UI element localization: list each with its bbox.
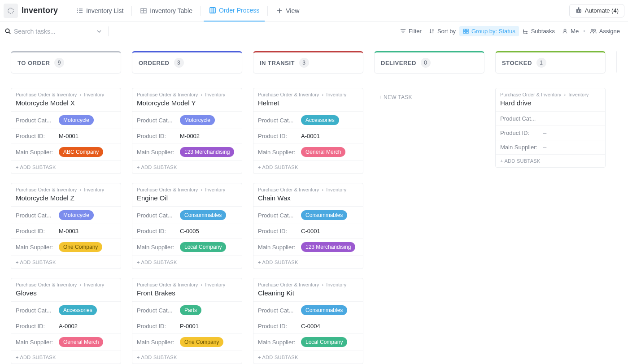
supplier-pill[interactable]: Local Company [301, 337, 347, 347]
task-card[interactable]: Purchase Order & Inventory › InventoryEn… [132, 183, 242, 269]
category-pill[interactable]: Consummables [301, 210, 347, 220]
tab-inventory-list[interactable]: Inventory List [71, 0, 129, 22]
add-subtask-button[interactable]: + ADD SUBTASK [132, 351, 242, 364]
top-bar: Inventory Inventory List Inventory Table… [0, 0, 628, 22]
me-button[interactable]: Me [558, 26, 582, 36]
card-breadcrumb[interactable]: Purchase Order & Inventory › Inventory [496, 88, 605, 97]
empty-value: – [543, 130, 546, 136]
breadcrumb-b: Inventory [326, 187, 346, 192]
field-main-supplier: Main Supplier:Local Company [132, 238, 242, 256]
supplier-pill[interactable]: General Merch [59, 337, 103, 347]
search-input[interactable] [14, 28, 81, 35]
task-card[interactable]: Purchase Order & Inventory › InventoryCl… [253, 278, 363, 364]
add-view-button[interactable]: View [270, 0, 305, 22]
add-subtask-button[interactable]: + ADD SUBTASK [11, 256, 121, 269]
supplier-pill[interactable]: General Merch [301, 147, 345, 157]
group-icon [463, 28, 469, 34]
category-pill[interactable]: Motorcycle [59, 115, 94, 125]
person-icon [562, 28, 568, 34]
task-card[interactable]: Purchase Order & Inventory › InventoryHe… [253, 88, 363, 174]
chevron-right-icon: › [320, 282, 325, 287]
add-subtask-button[interactable]: + ADD SUBTASK [253, 351, 363, 364]
card-breadcrumb[interactable]: Purchase Order & Inventory › Inventory [132, 88, 242, 97]
add-subtask-button[interactable]: + ADD SUBTASK [11, 351, 121, 364]
cards-container: Purchase Order & Inventory › InventoryMo… [132, 88, 242, 364]
sort-button[interactable]: Sort by [425, 26, 459, 36]
field-main-supplier: Main Supplier:General Merch [11, 333, 121, 351]
task-card[interactable]: Purchase Order & Inventory › InventoryMo… [132, 88, 242, 174]
card-breadcrumb[interactable]: Purchase Order & Inventory › Inventory [11, 278, 121, 287]
subtasks-label: Subtasks [531, 28, 555, 35]
card-breadcrumb[interactable]: Purchase Order & Inventory › Inventory [132, 278, 242, 287]
supplier-pill[interactable]: One Company [59, 242, 102, 252]
filter-button[interactable]: Filter [397, 26, 425, 36]
field-product-id: Product ID:C-0005 [132, 224, 242, 238]
task-card[interactable]: Purchase Order & Inventory › InventoryHa… [495, 88, 606, 168]
column-header[interactable]: ORDERED3 [132, 51, 242, 74]
category-pill[interactable]: Consummables [180, 210, 226, 220]
field-main-supplier: Main Supplier:123 Merchandising [253, 238, 363, 256]
column-header[interactable]: DELIVERED0 [374, 51, 484, 74]
add-subtask-button[interactable]: + ADD SUBTASK [11, 160, 121, 173]
add-subtask-button[interactable]: + ADD SUBTASK [132, 256, 242, 269]
column-header[interactable]: TO ORDER9 [11, 51, 121, 74]
category-pill[interactable]: Motorcycle [180, 115, 215, 125]
svg-rect-1 [77, 9, 78, 9]
card-breadcrumb[interactable]: Purchase Order & Inventory › Inventory [132, 183, 242, 192]
add-subtask-button[interactable]: + ADD SUBTASK [253, 256, 363, 269]
category-pill[interactable]: Parts [180, 305, 201, 315]
svg-point-32 [591, 29, 593, 31]
card-breadcrumb[interactable]: Purchase Order & Inventory › Inventory [11, 183, 121, 192]
column-intransit: IN TRANSIT3Purchase Order & Inventory › … [253, 51, 363, 364]
task-card[interactable]: Purchase Order & Inventory › InventoryMo… [11, 88, 121, 174]
category-pill[interactable]: Accessories [301, 115, 339, 125]
subtasks-button[interactable]: Subtasks [519, 26, 558, 36]
category-pill[interactable]: Consummables [301, 305, 347, 315]
supplier-pill[interactable]: 123 Merchandising [180, 147, 234, 157]
tab-inventory-table[interactable]: Inventory Table [135, 0, 198, 22]
cards-container: Purchase Order & Inventory › InventoryHe… [253, 88, 363, 364]
task-card[interactable]: Purchase Order & Inventory › InventoryFr… [132, 278, 242, 364]
search-field[interactable] [4, 28, 102, 35]
task-card[interactable]: Purchase Order & Inventory › InventoryCh… [253, 183, 363, 269]
app-logo[interactable] [4, 4, 18, 18]
breadcrumb-a: Purchase Order & Inventory [137, 92, 198, 97]
breadcrumb-a: Purchase Order & Inventory [258, 92, 319, 97]
new-task-button[interactable]: + NEW TASK [374, 88, 484, 107]
cards-container: + NEW TASK [374, 88, 484, 107]
chevron-down-icon[interactable] [96, 29, 102, 34]
card-title: Hard drive [496, 97, 605, 111]
task-card[interactable]: Purchase Order & Inventory › InventoryGl… [11, 278, 121, 364]
breadcrumb-a: Purchase Order & Inventory [16, 282, 77, 287]
task-card[interactable]: Purchase Order & Inventory › InventoryMo… [11, 183, 121, 269]
svg-point-19 [578, 8, 579, 9]
column-header[interactable]: STOCKED1 [495, 51, 606, 74]
breadcrumb-b: Inventory [326, 282, 346, 287]
column-header[interactable]: IN TRANSIT3 [253, 51, 363, 74]
add-subtask-button[interactable]: + ADD SUBTASK [496, 154, 605, 167]
add-column-placeholder[interactable] [616, 51, 617, 73]
supplier-pill[interactable]: ABC Company [59, 147, 103, 157]
svg-point-29 [526, 31, 527, 32]
card-breadcrumb[interactable]: Purchase Order & Inventory › Inventory [253, 278, 363, 287]
category-pill[interactable]: Motorcycle [59, 210, 94, 220]
card-breadcrumb[interactable]: Purchase Order & Inventory › Inventory [253, 183, 363, 192]
category-pill[interactable]: Accessories [59, 305, 97, 315]
field-main-supplier: Main Supplier:Local Company [253, 333, 363, 351]
add-subtask-button[interactable]: + ADD SUBTASK [132, 160, 242, 173]
automate-button[interactable]: Automate (4) [569, 4, 624, 17]
card-breadcrumb[interactable]: Purchase Order & Inventory › Inventory [11, 88, 121, 97]
field-product-id: Product ID:M-0003 [11, 224, 121, 238]
add-subtask-button[interactable]: + ADD SUBTASK [253, 160, 363, 173]
column-count: 1 [536, 58, 546, 68]
group-by-button[interactable]: Group by: Status [459, 26, 519, 36]
assignee-button[interactable]: Assigne [586, 26, 624, 36]
supplier-pill[interactable]: One Company [180, 337, 223, 347]
separator [68, 6, 68, 16]
card-breadcrumb[interactable]: Purchase Order & Inventory › Inventory [253, 88, 363, 97]
supplier-pill[interactable]: Local Company [180, 242, 226, 252]
supplier-pill[interactable]: 123 Merchandising [301, 242, 355, 252]
tab-order-process[interactable]: Order Process [204, 0, 265, 22]
product-id-value: A-0002 [59, 323, 78, 329]
field-label: Product ID: [16, 133, 56, 139]
